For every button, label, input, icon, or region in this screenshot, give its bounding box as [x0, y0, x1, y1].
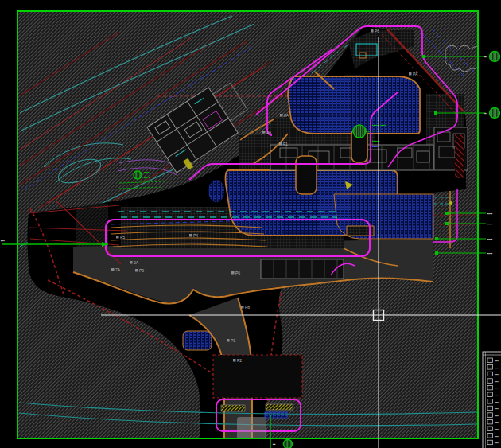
leader-label: ▪▪▪▪: [487, 251, 493, 255]
legend-row-label: ▪▪▪: [495, 420, 499, 424]
point-label: P6: [235, 271, 240, 275]
point-label: P3: [231, 338, 235, 343]
plant-symbol-icon: [490, 108, 500, 119]
legend-symbol-box: [487, 358, 493, 363]
leader-anchor: [434, 111, 437, 115]
legend-row-label: ▪▪▪: [495, 372, 499, 376]
legend-row-label: ▪▪▪: [495, 359, 499, 363]
green-note-text: ▪▪▪ ▪▪: [372, 128, 380, 133]
point-marker: [231, 271, 235, 275]
point-marker: [227, 339, 230, 342]
highlight-blob: [237, 417, 266, 441]
legend-row-label: ▪▪▪: [495, 380, 499, 384]
point-marker: [280, 114, 283, 117]
point-marker: [409, 72, 412, 76]
legend-symbol-box: [487, 440, 493, 445]
leader-label: ▪▪▪▪: [487, 212, 493, 216]
point-label: P4: [193, 233, 198, 238]
legend-row-label: ▪▪▪: [495, 393, 499, 397]
legend-symbol-box: [487, 385, 493, 390]
legend-row-label: ▪▪▪: [495, 434, 499, 438]
plant-symbol-icon: [134, 171, 142, 179]
point-label: P6: [375, 29, 379, 33]
point-marker: [241, 306, 244, 309]
point-marker: [189, 234, 192, 237]
point-label: 3A: [266, 130, 272, 134]
legend-symbol-box: [487, 434, 493, 438]
leader-anchor: [445, 212, 449, 215]
legend-symbol-box: [487, 413, 493, 418]
legend-row-label: ▪▪▪: [495, 407, 499, 411]
plant-symbol-icon: [284, 440, 293, 448]
point-label: 7A: [115, 267, 121, 272]
leader-label: ▪▪: [273, 442, 276, 446]
legend-symbol-box: [487, 379, 493, 384]
legend-symbol-box: [487, 419, 493, 424]
green-note-text: ▪▪▪ ▪: [144, 176, 150, 180]
leader-anchor: [445, 222, 449, 225]
legend-symbol-box: [487, 365, 493, 370]
point-marker: [111, 268, 115, 271]
leader-label: ▪▪▪▪: [487, 222, 493, 226]
point-label: 8A: [284, 113, 289, 118]
legend-symbol-box: [487, 372, 493, 376]
point-label: P8: [245, 305, 250, 310]
legend-table: ▪▪▪▪▪▪▪▪▪▪▪▪▪▪▪▪▪▪▪▪▪▪▪▪▪▪▪▪▪▪▪▪▪▪▪▪▪▪▪: [483, 352, 501, 448]
blue-note-text: ▪▪▪▪: [372, 144, 378, 149]
point-marker: [130, 261, 133, 264]
leader-label: ▪▪▪: [1, 239, 5, 243]
plant-symbol-icon: [353, 125, 366, 138]
legend-symbol-box: [487, 406, 493, 411]
point-marker: [116, 236, 119, 239]
point-label: P2: [237, 358, 242, 363]
legend-symbol-box: [487, 392, 493, 397]
legend-symbol-box: [487, 427, 493, 431]
point-marker: [371, 29, 374, 33]
point-marker: [279, 142, 282, 146]
green-note-text: ▪▪▪▪▪ ▪▪▪▪: [372, 123, 386, 127]
cad-drawing-canvas[interactable]: 3A8AF1PAP6P5P47AP92AP6P8P3P2 ▪▪▪▪▪ ▪▪▪▪▪…: [0, 0, 501, 448]
leader-anchor: [435, 237, 438, 240]
point-marker: [262, 131, 266, 134]
legend-row-label: ▪▪▪: [495, 414, 499, 418]
point-label: 2A: [134, 260, 139, 265]
point-marker: [135, 269, 138, 272]
leader-anchor: [435, 251, 438, 255]
leader-label: ▪▪▪: [484, 55, 487, 59]
leader-label: ▪▪▪: [484, 111, 487, 115]
legend-row-label: ▪▪▪: [495, 441, 499, 445]
legend-symbol-box: [487, 399, 493, 404]
drawing-area: 3A8AF1PAP6P5P47AP92AP6P8P3P2 ▪▪▪▪▪ ▪▪▪▪▪…: [17, 11, 484, 441]
point-label: P5: [120, 235, 125, 240]
green-note-text: ▪▪▪▪: [144, 170, 150, 174]
leader-anchor: [422, 55, 425, 58]
legend-row-label: ▪▪▪: [495, 366, 499, 370]
point-label: F1: [283, 142, 288, 146]
point-label: P9: [139, 268, 144, 273]
point-label: PA: [413, 72, 418, 76]
legend-row-label: ▪▪▪: [495, 400, 499, 404]
leader-label: ▪▪▪▪: [487, 237, 493, 241]
point-marker: [233, 359, 236, 362]
legend-row-label: ▪▪▪: [495, 427, 499, 431]
legend-row-label: ▪▪▪: [495, 386, 499, 390]
plant-symbol-icon: [490, 52, 500, 62]
